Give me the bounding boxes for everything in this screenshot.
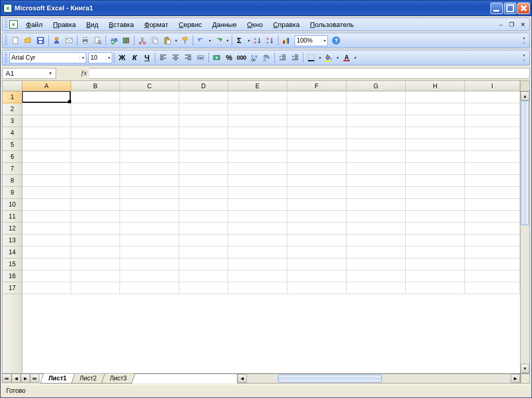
cell[interactable] <box>347 270 406 282</box>
cell[interactable] <box>120 175 179 187</box>
align-center-button[interactable] <box>169 51 182 64</box>
close-button[interactable] <box>517 3 530 14</box>
cell[interactable] <box>347 258 406 270</box>
cell[interactable] <box>465 235 520 246</box>
cell[interactable] <box>120 163 179 175</box>
cell[interactable] <box>406 91 465 103</box>
print-button[interactable] <box>79 34 91 47</box>
fontsize-combo[interactable]: 10▾ <box>88 52 112 63</box>
cell[interactable] <box>228 115 287 127</box>
cell[interactable] <box>228 151 287 163</box>
row-header-6[interactable]: 6 <box>3 151 22 163</box>
row-header-4[interactable]: 4 <box>3 127 22 139</box>
column-header-D[interactable]: D <box>179 81 228 91</box>
cell[interactable] <box>465 199 520 211</box>
insert-function-button[interactable]: ƒx <box>78 68 89 79</box>
cell[interactable] <box>120 246 179 258</box>
cell[interactable] <box>287 246 347 258</box>
sheet-tab-3[interactable]: Лист3 <box>101 374 135 383</box>
column-header-I[interactable]: I <box>465 81 520 91</box>
cell[interactable] <box>228 258 287 270</box>
last-sheet-button[interactable]: ⏭ <box>30 374 39 383</box>
row-header-17[interactable]: 17 <box>3 282 22 294</box>
cell[interactable] <box>287 139 347 151</box>
cell[interactable] <box>22 246 71 258</box>
cell[interactable] <box>347 127 406 139</box>
cell[interactable] <box>120 187 179 199</box>
cell[interactable] <box>179 211 228 223</box>
undo-button[interactable] <box>195 34 207 47</box>
cell[interactable] <box>465 163 520 175</box>
menu-файл[interactable]: Файл <box>21 19 48 30</box>
cell[interactable] <box>120 282 179 294</box>
cell[interactable] <box>71 187 120 199</box>
cell[interactable] <box>71 246 120 258</box>
vscroll-track[interactable] <box>521 101 529 364</box>
research-button[interactable] <box>120 34 132 47</box>
cell[interactable] <box>287 127 347 139</box>
cell[interactable] <box>406 270 465 282</box>
grip-icon[interactable] <box>5 52 7 63</box>
cell[interactable] <box>228 282 287 294</box>
menu-правка[interactable]: Правка <box>48 19 81 30</box>
cell[interactable] <box>228 127 287 139</box>
cell[interactable] <box>465 115 520 127</box>
spelling-button[interactable]: ABC <box>108 34 120 47</box>
scroll-down-button[interactable]: ▼ <box>521 364 529 373</box>
column-header-G[interactable]: G <box>347 81 406 91</box>
cell[interactable] <box>287 187 347 199</box>
print-preview-button[interactable] <box>91 34 104 47</box>
cell[interactable] <box>22 163 71 175</box>
cell[interactable] <box>406 151 465 163</box>
currency-button[interactable] <box>210 51 223 64</box>
cell[interactable] <box>228 91 287 103</box>
cell[interactable] <box>71 211 120 223</box>
workbook-icon[interactable]: X <box>9 20 18 29</box>
column-header-A[interactable]: A <box>22 81 71 91</box>
cell[interactable] <box>228 235 287 246</box>
toolbar-options-button[interactable]: ▾▪ <box>521 36 527 45</box>
cell[interactable] <box>347 187 406 199</box>
menu-окно[interactable]: Окно <box>242 19 268 30</box>
cell[interactable] <box>465 151 520 163</box>
cell[interactable] <box>179 270 228 282</box>
cell[interactable] <box>71 199 120 211</box>
permission-button[interactable] <box>50 34 63 47</box>
cell[interactable] <box>347 235 406 246</box>
decrease-decimal-button[interactable]: ,00,0 <box>260 51 273 64</box>
cell[interactable] <box>22 139 71 151</box>
borders-dropdown[interactable]: ▾ <box>317 56 323 60</box>
cell[interactable] <box>22 151 71 163</box>
cell[interactable] <box>347 151 406 163</box>
cell[interactable] <box>228 163 287 175</box>
row-header-15[interactable]: 15 <box>3 258 22 270</box>
cell[interactable] <box>287 258 347 270</box>
cell[interactable] <box>120 139 179 151</box>
new-button[interactable] <box>9 34 22 47</box>
cell[interactable] <box>347 103 406 115</box>
cell[interactable] <box>71 91 120 103</box>
doc-restore-button[interactable]: ❐ <box>507 20 516 29</box>
menu-данные[interactable]: Данные <box>207 19 242 30</box>
cell[interactable] <box>465 127 520 139</box>
cell[interactable] <box>120 211 179 223</box>
titlebar[interactable]: X Microsoft Excel - Книга1 <box>1 1 531 16</box>
cell[interactable] <box>71 115 120 127</box>
cell[interactable] <box>287 270 347 282</box>
cell[interactable] <box>228 187 287 199</box>
cell[interactable] <box>179 151 228 163</box>
redo-button[interactable] <box>212 34 225 47</box>
cell[interactable] <box>179 199 228 211</box>
chart-wizard-button[interactable] <box>280 34 292 47</box>
column-header-F[interactable]: F <box>287 81 347 91</box>
row-header-8[interactable]: 8 <box>3 175 22 187</box>
cell[interactable] <box>406 175 465 187</box>
vscroll-thumb[interactable] <box>521 101 529 225</box>
merge-center-button[interactable]: a <box>194 51 207 64</box>
cell[interactable] <box>465 91 520 103</box>
cell[interactable] <box>287 282 347 294</box>
cell[interactable] <box>179 246 228 258</box>
cell[interactable] <box>71 175 120 187</box>
cell[interactable] <box>120 115 179 127</box>
cell[interactable] <box>287 151 347 163</box>
